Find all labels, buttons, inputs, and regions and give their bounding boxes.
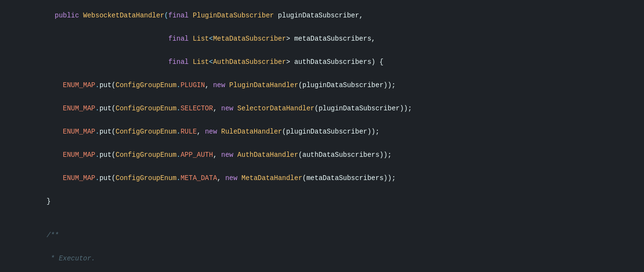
punc: .: [176, 174, 180, 182]
text: (metaDataSubscribers));: [302, 174, 396, 182]
code-line: ENUM_MAP.put(ConfigGroupEnum.APP_AUTH, n…: [0, 143, 644, 166]
type: ConfigGroupEnum: [115, 151, 176, 159]
text: [189, 12, 193, 19]
text: [46, 81, 63, 89]
text: (pluginDataSubscriber));: [315, 105, 412, 112]
code-line: ENUM_MAP.put(ConfigGroupEnum.SELECTOR, n…: [0, 97, 644, 120]
keyword: public: [46, 12, 83, 19]
type: List: [193, 58, 209, 66]
punc: .: [95, 174, 99, 182]
var: ENUM_MAP: [63, 105, 95, 112]
var: ENUM_MAP: [63, 128, 95, 136]
text: put(: [100, 128, 116, 136]
line-content: ENUM_MAP.put(ConfigGroupEnum.PLUGIN, new…: [18, 74, 644, 97]
code-line: final List<AuthDataSubscriber> authDataS…: [0, 50, 644, 74]
punc: <: [209, 35, 213, 43]
code-line: ENUM_MAP.put(ConfigGroupEnum.RULE, new R…: [0, 120, 644, 143]
text: put(: [100, 151, 116, 159]
code-line: [0, 213, 644, 224]
type: PluginDataHandler: [229, 81, 299, 89]
line-content: * Executor.: [18, 247, 644, 270]
enum: SELECTOR: [181, 105, 213, 112]
text: put(: [100, 81, 116, 89]
text: (authDataSubscribers));: [298, 151, 391, 159]
type: SelectorDataHandler: [237, 105, 315, 112]
punc: .: [95, 81, 99, 89]
line-content: final List<MetaDataSubscriber> metaDataS…: [18, 27, 644, 50]
type: ConfigGroupEnum: [115, 128, 176, 136]
type: ConfigGroupEnum: [115, 105, 176, 112]
enum: RULE: [181, 128, 197, 136]
enum: META_DATA: [181, 174, 217, 182]
text: }: [46, 197, 50, 205]
text: [188, 35, 192, 43]
code-line: /**: [0, 224, 644, 247]
line-content: *: [18, 270, 644, 272]
type: MetaDataHandler: [242, 174, 302, 182]
text: ,: [217, 174, 225, 182]
punc: .: [176, 105, 180, 112]
keyword: final: [168, 35, 188, 43]
text: > authDataSubscribers) {: [286, 58, 384, 66]
text: [46, 105, 63, 112]
text: ,: [213, 151, 221, 159]
code-line: * Executor.: [0, 247, 644, 270]
text: [46, 174, 63, 182]
type: WebsocketDataHandler: [83, 12, 164, 19]
text: [237, 174, 241, 182]
text: put(: [100, 105, 116, 112]
text: ,: [213, 105, 221, 112]
comment: * Executor.: [46, 255, 95, 262]
text: ,: [197, 128, 205, 136]
var: ENUM_MAP: [63, 174, 95, 182]
punc: .: [95, 151, 99, 159]
keyword: new: [205, 128, 217, 136]
keyword: final: [168, 58, 188, 66]
text: put(: [100, 174, 116, 182]
keyword: new: [225, 174, 237, 182]
line-content: final List<AuthDataSubscriber> authDataS…: [18, 50, 644, 74]
keyword: final: [168, 12, 188, 19]
code-line: public WebsocketDataHandler(final Plugin…: [0, 4, 644, 27]
type: PluginDataSubscriber: [193, 12, 274, 19]
punc: .: [95, 105, 99, 112]
text: > metaDataSubscribers,: [286, 35, 375, 43]
keyword: new: [221, 105, 233, 112]
punc: .: [176, 128, 180, 136]
text: (pluginDataSubscriber));: [298, 81, 396, 89]
line-content: ENUM_MAP.put(ConfigGroupEnum.APP_AUTH, n…: [18, 143, 644, 166]
text: [46, 58, 168, 66]
text: [46, 35, 168, 43]
line-content: public WebsocketDataHandler(final Plugin…: [18, 4, 644, 27]
line-content: /**: [18, 224, 644, 247]
line-content: ENUM_MAP.put(ConfigGroupEnum.SELECTOR, n…: [18, 97, 644, 120]
text: pluginDataSubscriber,: [274, 12, 363, 19]
enum: APP_AUTH: [181, 151, 213, 159]
punc: <: [209, 58, 213, 66]
comment: /**: [46, 231, 58, 239]
type: List: [193, 35, 209, 43]
text: [217, 128, 221, 136]
code-line: }: [0, 190, 644, 213]
var: ENUM_MAP: [63, 81, 95, 89]
type: ConfigGroupEnum: [115, 174, 176, 182]
line-content: }: [18, 190, 644, 213]
text: ,: [205, 81, 213, 89]
keyword: new: [213, 81, 225, 89]
code-line: *: [0, 270, 644, 272]
line-content: [18, 213, 644, 221]
code-line: ENUM_MAP.put(ConfigGroupEnum.META_DATA, …: [0, 166, 644, 190]
keyword: new: [221, 151, 233, 159]
type: MetaDataSubscriber: [213, 35, 286, 43]
text: (pluginDataSubscriber));: [282, 128, 380, 136]
text: [188, 58, 192, 66]
punc: .: [176, 151, 180, 159]
line-content: ENUM_MAP.put(ConfigGroupEnum.RULE, new R…: [18, 120, 644, 143]
var: ENUM_MAP: [63, 151, 95, 159]
type: AuthDataSubscriber: [213, 58, 286, 66]
code-line: ENUM_MAP.put(ConfigGroupEnum.PLUGIN, new…: [0, 74, 644, 97]
type: AuthDataHandler: [237, 151, 298, 159]
line-content: ENUM_MAP.put(ConfigGroupEnum.META_DATA, …: [18, 166, 644, 190]
enum: PLUGIN: [181, 81, 205, 89]
type: RuleDataHandler: [221, 128, 282, 136]
